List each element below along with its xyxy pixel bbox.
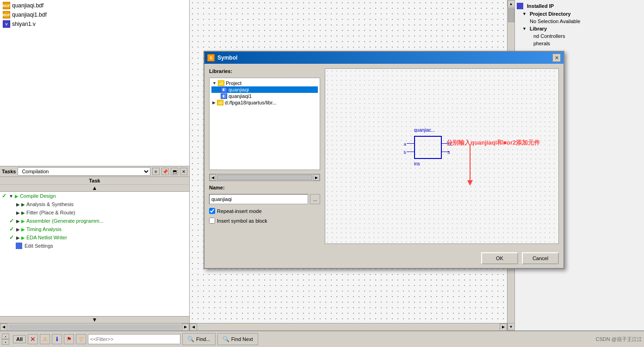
symbol-instance-label: ins bbox=[414, 161, 420, 166]
tasks-menu-btn[interactable]: ≡ bbox=[152, 168, 160, 175]
task-compile-design[interactable]: ✓ ▼ ▶ Compile Design bbox=[0, 192, 189, 200]
symbol-box: a b cC S bbox=[414, 136, 442, 159]
task-eda[interactable]: ✓ ▶ ▶ EDA Netlist Writer bbox=[0, 233, 189, 242]
file-icon: ◧ bbox=[221, 93, 227, 99]
horiz-scrollbar[interactable]: ◀ ▶ bbox=[190, 323, 507, 330]
task-timing[interactable]: ✓ ▶ ▶ Timing Analysis bbox=[0, 225, 189, 233]
tree-item-quanjiaqi1[interactable]: ◧ quanjiaqi1 bbox=[211, 93, 318, 99]
task-check: ✓ bbox=[2, 193, 7, 199]
scroll-down-btn[interactable]: ▼ bbox=[508, 323, 515, 330]
expand-icon[interactable]: ▶ bbox=[16, 219, 20, 224]
port-left-b: b bbox=[404, 149, 406, 156]
status-small-btn-2[interactable]: ▪ bbox=[2, 339, 9, 345]
status-bar: ▪ ▪ All ✕ ⚠ ℹ ⚑ ▽ 🔍 Find... 🔍 Find Next … bbox=[0, 330, 644, 347]
tasks-close-btn[interactable]: ✕ bbox=[180, 168, 187, 175]
expand-icon[interactable]: ▶ bbox=[16, 210, 20, 215]
status-small-btn-1[interactable]: ▪ bbox=[2, 334, 9, 339]
filter-icon-btn[interactable]: ▽ bbox=[76, 334, 86, 344]
dialog-close-button[interactable]: ✕ bbox=[552, 54, 561, 62]
folder-icon: 📁 bbox=[218, 80, 224, 86]
lib-scroll-thumb[interactable] bbox=[217, 175, 312, 180]
task-scroll-down[interactable]: ▼ bbox=[0, 316, 189, 323]
find-next-button[interactable]: 🔍 Find Next bbox=[217, 333, 258, 345]
scroll-right-btn[interactable]: ▶ bbox=[182, 323, 189, 331]
library-tree[interactable]: ▼ 📁 Project ◧ quanjiaqi ◧ quanjiaqi1 bbox=[209, 78, 320, 170]
all-tab[interactable]: All bbox=[13, 335, 26, 343]
lib-scroll-right[interactable]: ▶ bbox=[313, 174, 320, 181]
file-name: shiyan1.v bbox=[12, 21, 36, 27]
info-icon-btn[interactable]: ℹ bbox=[52, 334, 62, 344]
peripherals-item: pherals bbox=[517, 40, 642, 47]
dialog-titlebar: S Symbol ✕ bbox=[204, 52, 564, 64]
lib-scroll-left[interactable]: ◀ bbox=[210, 174, 216, 181]
task-edit-settings[interactable]: ✓ Edit Settings bbox=[0, 242, 189, 250]
scroll-right-btn[interactable]: ▶ bbox=[500, 323, 507, 331]
tree-item-fpga-lib[interactable]: ▶ 📁 d:/fpga18/quartus/libr... bbox=[211, 99, 318, 106]
scroll-left-btn[interactable]: ◀ bbox=[190, 323, 197, 331]
flag-icon-btn[interactable]: ⚑ bbox=[64, 334, 74, 344]
expand-icon[interactable]: ▶ bbox=[16, 202, 20, 207]
peripherals-text: pherals bbox=[533, 41, 550, 46]
tree-item-quanjiaqi[interactable]: ◧ quanjiaqi bbox=[211, 86, 318, 93]
task-analysis[interactable]: ✓ ▶ ▶ Analysis & Synthesis bbox=[0, 200, 189, 208]
task-check: ✓ bbox=[9, 201, 15, 207]
task-fitter[interactable]: ✓ ▶ ▶ Fitter (Place & Route) bbox=[0, 208, 189, 217]
expand-icon: ▶ bbox=[212, 100, 216, 105]
symbol-dialog[interactable]: S Symbol ✕ Libraries: ▼ 📁 Project bbox=[204, 51, 564, 269]
task-scroll-up[interactable]: ▲ bbox=[0, 185, 189, 192]
tasks-dropdown[interactable]: Compilation bbox=[18, 167, 150, 176]
task-name-compile: Compile Design bbox=[20, 193, 56, 199]
scroll-left-btn[interactable]: ◀ bbox=[0, 323, 7, 331]
repeat-insert-checkbox-row: Repeat-insert mode bbox=[209, 208, 320, 214]
scroll-thumb-v[interactable] bbox=[508, 8, 514, 22]
library-item[interactable]: ▼ Library bbox=[517, 25, 642, 32]
installed-ip-label: Installed IP bbox=[527, 3, 554, 9]
port-right-s: S bbox=[447, 149, 450, 156]
installed-ip-header: Installed IP bbox=[517, 2, 642, 10]
error-icon-btn[interactable]: ✕ bbox=[28, 334, 38, 344]
arrow-line bbox=[470, 144, 471, 181]
scroll-up-btn[interactable]: ▲ bbox=[508, 0, 515, 7]
tasks-float-btn[interactable]: ⬒ bbox=[171, 168, 178, 175]
repeat-insert-checkbox[interactable] bbox=[209, 208, 215, 214]
lib-horiz-scroll[interactable]: ◀ ▶ bbox=[209, 174, 320, 181]
name-input[interactable] bbox=[209, 194, 308, 204]
port-line-a bbox=[407, 143, 415, 144]
task-list: ✓ ▼ ▶ Compile Design ✓ ▶ ▶ Analysis & Sy… bbox=[0, 192, 189, 316]
arrow-head bbox=[467, 180, 473, 186]
insert-symbol-label: Insert symbol as block bbox=[217, 218, 267, 224]
browse-button[interactable]: ... bbox=[310, 194, 320, 204]
project-directory[interactable]: ▼ Project Directory bbox=[517, 10, 642, 18]
filter-input[interactable] bbox=[88, 334, 180, 344]
symbol-container: quanjiac... a b cC S bbox=[405, 127, 456, 168]
file-item-shiyan1-v[interactable]: V shiyan1.v bbox=[1, 19, 188, 29]
project-dir-label: Project Directory bbox=[530, 11, 571, 17]
right-icon bbox=[517, 3, 523, 9]
file-name: quanjiaqi.bdf bbox=[12, 2, 43, 9]
ok-button[interactable]: OK bbox=[481, 252, 518, 264]
tasks-pin-btn[interactable]: 📌 bbox=[161, 168, 169, 175]
bdf-icon: BDF bbox=[3, 2, 10, 9]
task-check: ✓ bbox=[9, 209, 15, 216]
warning-icon-btn[interactable]: ⚠ bbox=[40, 334, 50, 344]
find-next-icon: 🔍 bbox=[223, 336, 229, 342]
tree-label-project: Project bbox=[226, 80, 242, 86]
file-item-quanjiaqi1-bdf[interactable]: BDF quanjiaqi1.bdf bbox=[1, 10, 188, 19]
task-horiz-scroll[interactable]: ◀ ▶ bbox=[0, 323, 189, 330]
task-assembler[interactable]: ✓ ▶ ▶ Assembler (Generate programm... bbox=[0, 217, 189, 225]
folder-icon: 📁 bbox=[217, 100, 223, 105]
tree-label-fpga: d:/fpga18/quartus/libr... bbox=[225, 100, 277, 105]
bdf-icon: BDF bbox=[3, 11, 10, 18]
expand-icon[interactable]: ▶ bbox=[16, 235, 20, 240]
task-check-assembler: ✓ bbox=[9, 218, 15, 224]
cancel-button[interactable]: Cancel bbox=[522, 252, 559, 264]
tree-item-project[interactable]: ▼ 📁 Project bbox=[211, 80, 318, 86]
port-left-a: a bbox=[404, 140, 406, 148]
insert-symbol-checkbox[interactable] bbox=[209, 218, 215, 224]
file-item-quanjiaqi-bdf[interactable]: BDF quanjiaqi.bdf bbox=[1, 1, 188, 10]
tasks-label: Tasks bbox=[2, 169, 16, 174]
expand-icon[interactable]: ▶ bbox=[16, 227, 20, 232]
expand-icon[interactable]: ▼ bbox=[9, 194, 13, 199]
chevron-down-icon: ▼ bbox=[522, 12, 526, 16]
find-button[interactable]: 🔍 Find... bbox=[182, 333, 216, 345]
